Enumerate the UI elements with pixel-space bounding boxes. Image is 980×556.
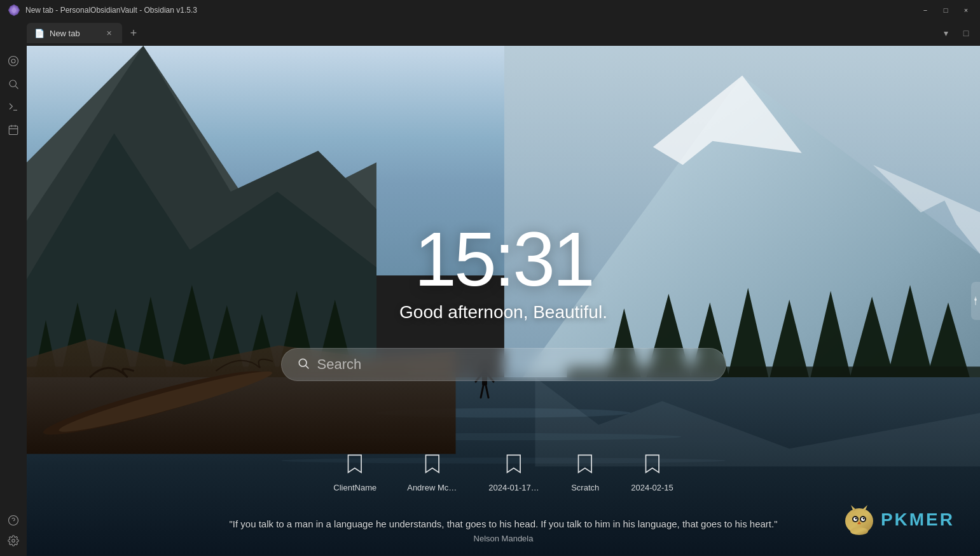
- greeting-text: Good afternoon, Beautiful.: [281, 302, 726, 323]
- search-input[interactable]: [317, 356, 710, 373]
- bookmark-scratch-label: Scratch: [571, 483, 599, 492]
- quote-author: Nelson Mandela: [217, 534, 790, 543]
- search-icon: [297, 357, 310, 373]
- minimize-button[interactable]: −: [916, 4, 934, 17]
- tabbar-right: ▾ □: [937, 24, 980, 42]
- tab-new-tab[interactable]: 📄 New tab ✕: [27, 23, 122, 43]
- bookmark-clientname-label: ClientName: [333, 483, 376, 492]
- tabs-dropdown-button[interactable]: ▾: [937, 24, 955, 42]
- bookmark-scratch-icon: [570, 448, 600, 479]
- svg-point-68: [850, 527, 868, 535]
- svg-line-55: [486, 386, 488, 398]
- svg-rect-8: [9, 126, 18, 135]
- svg-point-12: [9, 516, 18, 525]
- bookmark-clientname-icon: [340, 448, 370, 479]
- maximize-button[interactable]: □: [937, 4, 955, 17]
- bookmark-2024-01-icon: [499, 448, 529, 479]
- sidebar: [0, 46, 27, 556]
- calendar-button[interactable]: [3, 120, 24, 140]
- terminal-icon: [8, 101, 19, 113]
- quote-text: "If you talk to a man in a language he u…: [217, 517, 790, 532]
- svg-point-64: [862, 518, 864, 520]
- bookmark-andrew[interactable]: Andrew McG...: [407, 448, 458, 492]
- help-button[interactable]: [3, 510, 24, 531]
- tab-file-icon: 📄: [34, 29, 45, 38]
- svg-point-14: [12, 539, 15, 543]
- window-maximize-button[interactable]: □: [957, 24, 975, 42]
- terminal-button[interactable]: [3, 97, 24, 117]
- obsidian-app-icon: [8, 4, 20, 17]
- svg-point-4: [11, 59, 15, 63]
- help-icon: [8, 515, 19, 526]
- close-button[interactable]: ×: [957, 4, 975, 17]
- pkmer-logo: PKMER: [842, 502, 955, 537]
- titlebar-left: New tab - PersonalObsidianVault - Obsidi…: [0, 4, 197, 17]
- svg-line-54: [481, 386, 483, 398]
- bookmark-2024-01[interactable]: 2024-01-17 -...: [488, 448, 539, 492]
- svg-point-56: [299, 359, 307, 366]
- center-content: 15:31 Good afternoon, Beautiful.: [281, 221, 726, 381]
- bookmarks-row: ClientName Andrew McG... 2024-01-17 -...: [333, 448, 673, 492]
- bookmark-2024-01-label: 2024-01-17 -...: [488, 483, 539, 492]
- files-icon: [8, 55, 19, 67]
- scroll-indicator-icon: [973, 296, 978, 306]
- svg-line-57: [305, 365, 308, 368]
- bookmark-2024-02-label: 2024-02-15: [631, 483, 673, 492]
- titlebar-title: New tab - PersonalObsidianVault - Obsidi…: [25, 6, 197, 15]
- tab-label: New tab: [50, 29, 98, 38]
- clock-display: 15:31: [281, 221, 726, 297]
- bookmark-scratch[interactable]: Scratch: [570, 448, 600, 492]
- tab-close-button[interactable]: ✕: [103, 27, 114, 39]
- search-sidebar-icon: [8, 78, 19, 90]
- titlebar: New tab - PersonalObsidianVault - Obsidi…: [0, 0, 980, 20]
- search-bar-container[interactable]: [281, 348, 726, 381]
- svg-line-6: [15, 86, 18, 88]
- tabbar: 📄 New tab ✕ + ▾ □: [0, 20, 980, 46]
- files-button[interactable]: [3, 51, 24, 71]
- quote-section: "If you talk to a man in a language he u…: [217, 517, 790, 544]
- svg-point-5: [10, 80, 17, 87]
- bookmark-2024-02-icon: [637, 448, 667, 479]
- search-sidebar-button[interactable]: [3, 74, 24, 94]
- bookmark-2024-02[interactable]: 2024-02-15: [631, 448, 673, 492]
- titlebar-controls: − □ ×: [916, 4, 980, 17]
- settings-icon: [8, 535, 19, 546]
- pkmer-diamond-icon: [842, 502, 877, 537]
- bookmark-clientname[interactable]: ClientName: [333, 448, 376, 492]
- sidebar-bottom: [3, 510, 24, 551]
- scroll-indicator[interactable]: [971, 282, 980, 320]
- svg-point-3: [9, 57, 18, 66]
- bookmark-andrew-icon: [417, 448, 448, 479]
- svg-point-70: [974, 298, 977, 301]
- pkmer-text: PKMER: [881, 510, 955, 530]
- main-content: 15:31 Good afternoon, Beautiful. ClientN…: [27, 46, 980, 556]
- svg-point-63: [855, 518, 857, 520]
- settings-button[interactable]: [3, 531, 24, 551]
- bookmark-andrew-label: Andrew McG...: [407, 483, 458, 492]
- calendar-icon: [8, 124, 19, 136]
- new-tab-button[interactable]: +: [125, 24, 142, 42]
